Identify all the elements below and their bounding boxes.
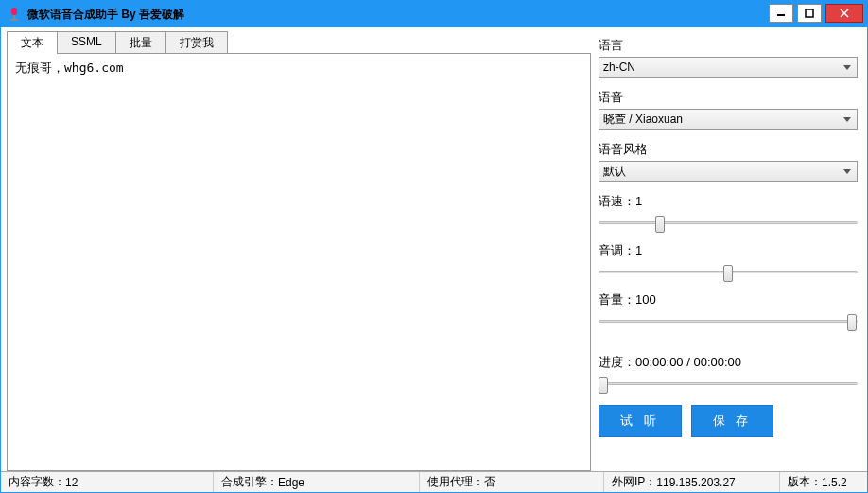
tab-batch[interactable]: 批量 xyxy=(115,31,166,54)
language-select[interactable]: zh-CN xyxy=(599,57,858,78)
titlebar: 微软语音合成助手 By 吾爱破解 xyxy=(1,1,867,27)
pitch-slider[interactable] xyxy=(599,263,858,282)
app-icon xyxy=(7,7,22,22)
slider-thumb[interactable] xyxy=(723,265,733,282)
minimize-button[interactable] xyxy=(769,4,793,23)
volume-slider[interactable] xyxy=(599,312,858,331)
maximize-button[interactable] xyxy=(797,4,822,23)
svg-rect-2 xyxy=(10,19,18,21)
style-label: 语音风格 xyxy=(599,141,858,158)
language-label: 语言 xyxy=(599,37,858,54)
svg-rect-0 xyxy=(11,8,17,15)
status-ip: 外网IP：119.185.203.27 xyxy=(604,472,780,492)
status-engine: 合成引擎：Edge xyxy=(214,472,420,492)
status-version: 版本：1.5.2 xyxy=(780,472,867,492)
window-title: 微软语音合成助手 By 吾爱破解 xyxy=(27,7,767,23)
pitch-label: 音调：1 xyxy=(599,242,858,259)
speed-label: 语速：1 xyxy=(599,193,858,210)
style-select[interactable]: 默认 xyxy=(599,161,858,182)
volume-label: 音量：100 xyxy=(599,291,858,308)
status-bar: 内容字数：12 合成引擎：Edge 使用代理：否 外网IP：119.185.20… xyxy=(1,471,867,492)
tab-text[interactable]: 文本 xyxy=(7,31,58,54)
svg-rect-1 xyxy=(13,15,15,19)
close-button[interactable] xyxy=(825,4,863,23)
progress-label: 进度：00:00:00 / 00:00:00 xyxy=(599,354,858,371)
text-input[interactable] xyxy=(8,54,590,470)
tab-donate[interactable]: 打赏我 xyxy=(165,31,228,54)
status-char-count: 内容字数：12 xyxy=(1,472,214,492)
voice-select[interactable]: 晓萱 / Xiaoxuan xyxy=(599,109,858,130)
svg-rect-4 xyxy=(806,9,813,17)
slider-thumb[interactable] xyxy=(599,377,608,394)
progress-slider[interactable] xyxy=(599,375,858,394)
tab-ssml[interactable]: SSML xyxy=(57,31,116,54)
slider-thumb[interactable] xyxy=(847,314,857,331)
voice-label: 语音 xyxy=(599,89,858,106)
listen-button[interactable]: 试 听 xyxy=(599,405,682,437)
speed-slider[interactable] xyxy=(599,214,858,233)
app-window: 微软语音合成助手 By 吾爱破解 文本 SSML 批量 打赏我 语言 zh-CN… xyxy=(0,0,868,493)
save-button[interactable]: 保 存 xyxy=(691,405,774,437)
status-proxy: 使用代理：否 xyxy=(420,472,604,492)
tab-bar: 文本 SSML 批量 打赏我 xyxy=(7,31,591,54)
slider-thumb[interactable] xyxy=(655,216,665,233)
